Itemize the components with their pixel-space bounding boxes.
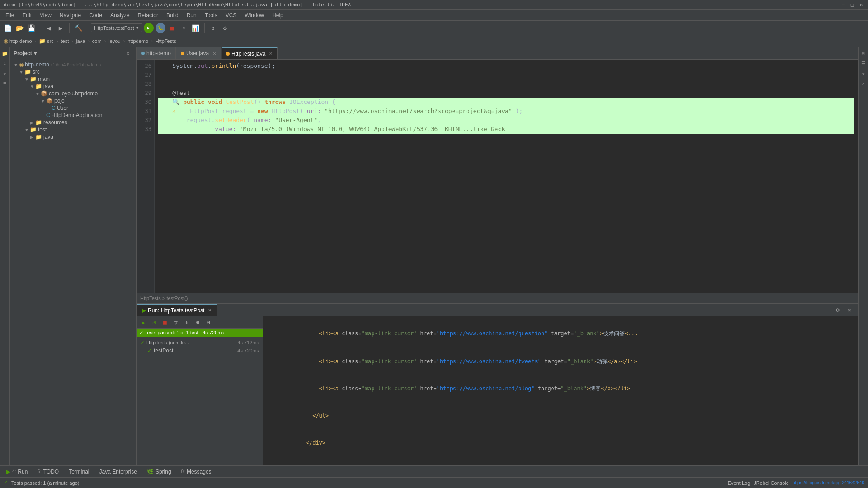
- run-config-selector[interactable]: HttpTests.testPost ▾: [91, 23, 142, 32]
- menu-refactor[interactable]: Refactor: [134, 11, 162, 19]
- btab-close-icon[interactable]: ✕: [208, 308, 212, 313]
- run-method-item[interactable]: ✓ testPost 4s 720ms: [138, 347, 261, 355]
- run-collapse-button[interactable]: ⊟: [203, 318, 213, 328]
- nav-com[interactable]: com: [92, 38, 102, 44]
- tree-resources[interactable]: ▶ 📁 resources: [10, 119, 136, 126]
- stop-button[interactable]: ■: [167, 23, 177, 33]
- menu-analyze[interactable]: Analyze: [107, 11, 133, 19]
- forward-button[interactable]: ▶: [56, 23, 66, 33]
- tree-java-test[interactable]: ▶ 📁 java: [10, 133, 136, 141]
- tree-app-label: HttpDemoApplication: [52, 112, 103, 118]
- menu-navigate[interactable]: Navigate: [56, 11, 85, 19]
- nav-http-demo[interactable]: ◉ http-demo: [4, 38, 32, 44]
- run-expand-button[interactable]: ⊞: [193, 318, 203, 328]
- menu-tools[interactable]: Tools: [201, 11, 221, 19]
- tree-root-label: http-demo: [25, 61, 49, 68]
- tree-main[interactable]: ▼ 📁 main: [10, 75, 136, 83]
- tab-user-java[interactable]: User.java ✕: [176, 47, 221, 59]
- menu-file[interactable]: File: [2, 11, 18, 19]
- sidebar-favorites-icon[interactable]: ★: [0, 69, 9, 78]
- open-button[interactable]: 📂: [14, 23, 24, 33]
- nav-src[interactable]: 📁 src: [39, 38, 54, 44]
- btool-run[interactable]: ▶ 4: Run: [2, 467, 32, 477]
- bottom-panel-controls: ⚙ ✕: [833, 305, 854, 315]
- tree-user-class[interactable]: C User: [10, 104, 136, 112]
- code-line-29: @Test: [158, 89, 854, 98]
- event-log-link[interactable]: Event Log: [728, 480, 750, 486]
- git-button[interactable]: ↕: [208, 23, 218, 33]
- nav-httptests[interactable]: HttpTests: [156, 38, 176, 44]
- sidebar-vcs-icon[interactable]: ↕: [0, 59, 9, 68]
- btab-run[interactable]: ▶ Run: HttpTests.testPost ✕: [137, 304, 217, 316]
- url-display: https://blog.csdn.net/qq_241642640: [793, 480, 864, 485]
- btool-java-enterprise[interactable]: Java Enterprise: [95, 467, 142, 477]
- run-class-item[interactable]: ✓ HttpTests (com.le... 4s 712ms: [138, 338, 261, 347]
- nav-httpdemo[interactable]: httpdemo: [127, 38, 148, 44]
- menu-code[interactable]: Code: [85, 11, 106, 19]
- project-panel-settings-icon[interactable]: ⚙: [123, 49, 132, 58]
- sidebar-structure-icon[interactable]: ≡: [0, 79, 9, 88]
- code-editor[interactable]: 26 27 28 29 30 31 32 33 System.out.print…: [137, 60, 858, 293]
- profiler-button[interactable]: 📊: [191, 23, 201, 33]
- save-button[interactable]: 💾: [26, 23, 36, 33]
- btool-terminal[interactable]: Terminal: [64, 467, 94, 477]
- nav-leyou[interactable]: leyou: [108, 38, 120, 44]
- tab-http-demo[interactable]: http-demo: [137, 47, 176, 59]
- minimize-button[interactable]: ─: [840, 2, 846, 8]
- menu-window[interactable]: Window: [241, 11, 268, 19]
- debug-button[interactable]: 🐛: [156, 23, 165, 33]
- menu-edit[interactable]: Edit: [19, 11, 35, 19]
- maximize-button[interactable]: □: [849, 2, 855, 8]
- tab-httptests-java[interactable]: HttpTests.java ✕: [222, 47, 278, 59]
- tree-package[interactable]: ▼ 📦 com.leyou.httpdemo: [10, 90, 136, 97]
- tree-src[interactable]: ▼ 📁 src: [10, 68, 136, 75]
- jrebel-link[interactable]: JRebel Console: [754, 480, 789, 486]
- rerun-button[interactable]: ↺: [149, 318, 159, 328]
- btool-todo[interactable]: 6: TODO: [33, 467, 63, 477]
- output-line-3: <li><a class="map-link cursor" href="htt…: [267, 375, 854, 402]
- project-tree: ▼ ◉ http-demo C:\hm49\code\http-demo ▼ 📁…: [10, 60, 136, 465]
- status-bar-text: Tests passed: 1 (a minute ago): [11, 480, 79, 486]
- right-sidebar-icon-1[interactable]: ⊞: [859, 49, 868, 58]
- menu-help[interactable]: Help: [269, 11, 287, 19]
- build-button[interactable]: 🔨: [73, 23, 83, 33]
- menu-view[interactable]: View: [36, 11, 55, 19]
- new-file-button[interactable]: 📄: [3, 23, 13, 33]
- tab-close-icon[interactable]: ✕: [212, 51, 216, 56]
- tree-app-class[interactable]: C HttpDemoApplication: [10, 112, 136, 119]
- right-sidebar-icon-3[interactable]: ★: [859, 69, 868, 78]
- status-pass-icon: ✓: [4, 480, 8, 486]
- btool-spring[interactable]: 🌿 Spring: [142, 467, 176, 477]
- right-sidebar-icon-4[interactable]: ↗: [859, 79, 868, 88]
- close-button[interactable]: ✕: [858, 2, 864, 8]
- back-button[interactable]: ◀: [44, 23, 54, 33]
- output-line-5: </div>: [267, 429, 854, 456]
- right-sidebar-icon-2[interactable]: ☰: [859, 59, 868, 68]
- run-sort-button[interactable]: ↕: [182, 318, 192, 328]
- menu-build[interactable]: Build: [163, 11, 182, 19]
- stop-run-button[interactable]: ■: [160, 318, 170, 328]
- tree-root[interactable]: ▼ ◉ http-demo C:\hm49\code\http-demo: [10, 61, 136, 68]
- tree-test[interactable]: ▼ 📁 test: [10, 126, 136, 133]
- code-content[interactable]: System.out.println(response); @Test 🔍 pu…: [155, 60, 858, 293]
- nav-java[interactable]: java: [76, 38, 85, 44]
- btool-messages[interactable]: 0: Messages: [177, 467, 216, 477]
- panel-settings-button[interactable]: ⚙: [833, 305, 843, 315]
- run-button[interactable]: ▶: [144, 23, 154, 33]
- tree-pojo[interactable]: ▼ 📦 pojo: [10, 97, 136, 104]
- coverage-button[interactable]: ☂: [179, 23, 189, 33]
- tree-java-main[interactable]: ▼ 📁 java: [10, 83, 136, 90]
- menu-vcs[interactable]: VCS: [222, 11, 241, 19]
- nav-sep-4: ›: [88, 38, 90, 44]
- tab-close-icon[interactable]: ✕: [269, 51, 273, 56]
- run-filter-button[interactable]: ▽: [171, 318, 181, 328]
- tree-main-label: main: [38, 76, 50, 82]
- menu-run[interactable]: Run: [183, 11, 200, 19]
- tree-package-label: com.leyou.httpdemo: [49, 90, 98, 97]
- panel-close-button[interactable]: ✕: [844, 305, 854, 315]
- nav-com-label: com: [92, 38, 102, 44]
- nav-test[interactable]: test: [61, 38, 69, 44]
- settings-button[interactable]: ⚙: [220, 23, 230, 33]
- run-again-button[interactable]: ▶: [138, 318, 148, 328]
- sidebar-project-icon[interactable]: 📁: [0, 49, 9, 58]
